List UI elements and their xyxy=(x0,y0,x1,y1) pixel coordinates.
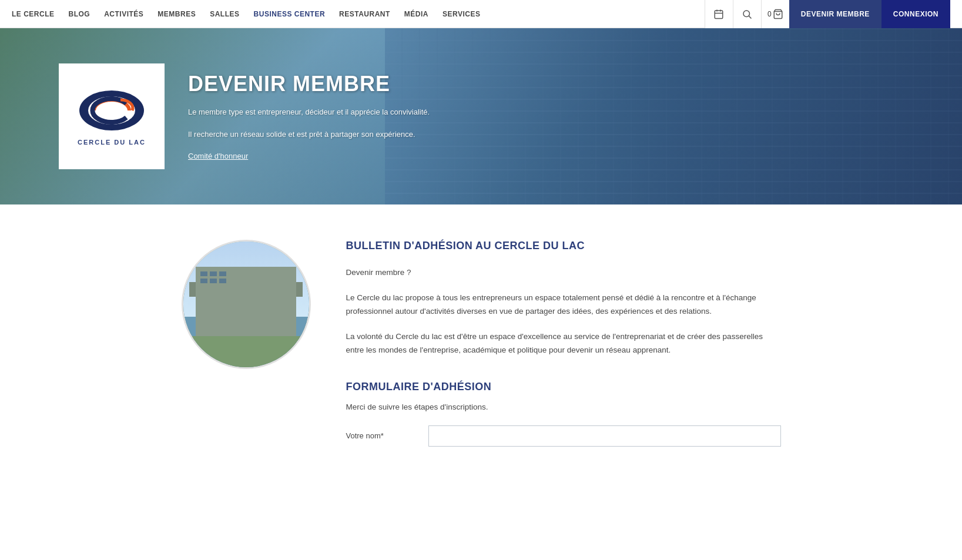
connexion-button[interactable]: CONNEXION xyxy=(881,0,950,28)
calendar-icon xyxy=(713,9,724,19)
description-para2: La volonté du Cercle du lac est d'être u… xyxy=(346,330,781,357)
image-column xyxy=(182,240,311,369)
nav-link-services[interactable]: SERVICES xyxy=(443,10,480,18)
devenir-membre-button[interactable]: DEVENIR MEMBRE xyxy=(789,0,881,28)
section1-title: BULLETIN D'ADHÉSION AU CERCLE DU LAC xyxy=(346,240,781,252)
svg-rect-0 xyxy=(715,11,723,19)
cart-count: 0 xyxy=(767,10,772,18)
hero-text: DEVENIR MEMBRE Le membre type est entrep… xyxy=(188,72,430,161)
nav-link-media[interactable]: MÉDIA xyxy=(404,10,428,18)
window xyxy=(210,279,217,283)
nav-link-blog[interactable]: BLOG xyxy=(69,10,90,18)
nav-link-restaurant[interactable]: RESTAURANT xyxy=(339,10,390,18)
logo-box: CERCLE DU LAC xyxy=(59,63,165,169)
nav-link-le-cercle[interactable]: LE CERCLE xyxy=(12,10,55,18)
hero-section: CERCLE DU LAC DEVENIR MEMBRE Le membre t… xyxy=(0,28,962,204)
member-question: Devenir membre ? xyxy=(346,266,781,280)
main-nav: LE CERCLEBLOGACTIVITÉSMEMBRESSALLESBUSIN… xyxy=(0,0,962,28)
description-para1: Le Cercle du lac propose à tous les entr… xyxy=(346,291,781,318)
svg-point-4 xyxy=(743,11,750,17)
hero-title: DEVENIR MEMBRE xyxy=(188,72,430,96)
cercle-du-lac-logo xyxy=(76,87,147,134)
hero-content: CERCLE DU LAC DEVENIR MEMBRE Le membre t… xyxy=(0,28,962,204)
building-simulation xyxy=(183,242,309,367)
window xyxy=(200,271,207,276)
search-button[interactable] xyxy=(733,0,761,28)
window xyxy=(219,279,226,283)
window-row xyxy=(200,271,291,276)
window xyxy=(219,271,226,276)
logo-text: CERCLE DU LAC xyxy=(78,139,146,146)
building-body xyxy=(196,267,296,336)
nav-link-salles[interactable]: SALLES xyxy=(210,10,239,18)
nav-links: LE CERCLEBLOGACTIVITÉSMEMBRESSALLESBUSIN… xyxy=(12,10,705,18)
ground xyxy=(183,336,309,368)
window xyxy=(210,271,217,276)
comite-honneur-link[interactable]: Comité d'honneur xyxy=(188,152,248,160)
section2-title: FORMULAIRE D'ADHÉSION xyxy=(346,381,781,393)
hero-subtitle-line2: Il recherche un réseau solide et est prê… xyxy=(188,128,430,141)
nom-input[interactable] xyxy=(428,425,781,447)
calendar-button[interactable] xyxy=(705,0,733,28)
window xyxy=(200,279,207,283)
cart-icon xyxy=(773,9,783,19)
nav-link-activites[interactable]: ACTIVITÉS xyxy=(104,10,143,18)
hero-subtitle-line1: Le membre type est entrepreneur, décideu… xyxy=(188,106,430,119)
main-content: BULLETIN D'ADHÉSION AU CERCLE DU LAC Dev… xyxy=(158,204,805,482)
nav-link-membres[interactable]: MEMBRES xyxy=(157,10,196,18)
form-row-nom: Votre nom* xyxy=(346,425,781,447)
svg-line-5 xyxy=(749,16,752,18)
cart-button[interactable]: 0 xyxy=(761,0,789,28)
nav-icons: 0 DEVENIR MEMBRE CONNEXION xyxy=(705,0,950,28)
building-windows xyxy=(196,267,296,288)
search-icon xyxy=(742,9,752,19)
form-label-nom: Votre nom* xyxy=(346,431,417,440)
nav-link-business-center[interactable]: BUSINESS CENTER xyxy=(254,10,326,18)
building-image xyxy=(182,240,311,369)
form-instruction: Merci de suivre les étapes d'inscription… xyxy=(346,403,781,411)
text-column: BULLETIN D'ADHÉSION AU CERCLE DU LAC Dev… xyxy=(346,240,781,447)
window-row xyxy=(200,279,291,283)
